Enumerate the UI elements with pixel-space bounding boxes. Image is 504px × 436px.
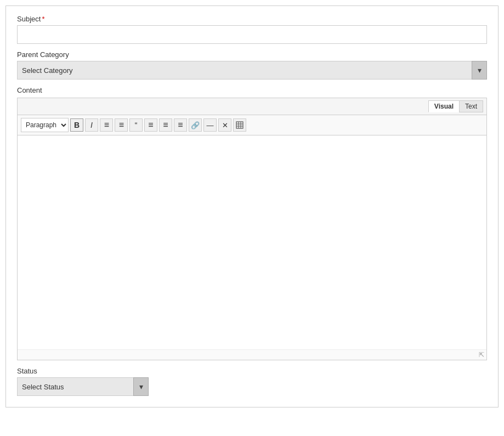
remove-format-button[interactable]: ✕ xyxy=(218,118,231,132)
editor-tabs: Visual Text xyxy=(18,98,486,115)
parent-category-label: Parent Category xyxy=(17,50,487,59)
svg-rect-0 xyxy=(236,122,243,128)
editor-wrapper: Visual Text Paragraph Heading 1 Heading … xyxy=(17,98,487,360)
content-group: Content Visual Text Paragraph Heading 1 … xyxy=(17,86,487,360)
subject-group: Subject* xyxy=(17,15,487,44)
status-group: Status Select Status Published Draft Pen… xyxy=(17,367,487,396)
content-label: Content xyxy=(17,86,487,94)
tab-visual[interactable]: Visual xyxy=(428,100,459,112)
status-select-wrapper: Select Status Published Draft Pending xyxy=(17,377,149,396)
italic-button[interactable]: I xyxy=(85,118,98,132)
editor-toolbar: Paragraph Heading 1 Heading 2 Heading 3 … xyxy=(18,115,486,135)
horizontal-rule-button[interactable]: ― xyxy=(203,118,217,132)
ordered-list-button[interactable]: ≡ xyxy=(115,118,128,132)
tab-text[interactable]: Text xyxy=(459,100,483,112)
align-left-button[interactable]: ≡ xyxy=(144,118,157,132)
parent-category-group: Parent Category Select Category xyxy=(17,50,487,80)
status-select[interactable]: Select Status Published Draft Pending xyxy=(17,377,149,396)
subject-label-text: Subject xyxy=(17,15,41,23)
editor-content-area[interactable] xyxy=(18,135,486,349)
table-icon xyxy=(236,121,243,129)
parent-category-select[interactable]: Select Category xyxy=(17,61,487,80)
paragraph-format-select[interactable]: Paragraph Heading 1 Heading 2 Heading 3 xyxy=(21,118,69,132)
subject-label: Subject* xyxy=(17,15,487,23)
form-container: Subject* Parent Category Select Category… xyxy=(5,5,499,407)
blockquote-button[interactable]: “ xyxy=(129,118,143,132)
align-center-button[interactable]: ≡ xyxy=(159,118,172,132)
bold-button[interactable]: B xyxy=(70,118,83,132)
align-right-button[interactable]: ≡ xyxy=(174,118,187,132)
unordered-list-button[interactable]: ≡ xyxy=(100,118,113,132)
insert-table-button[interactable] xyxy=(233,118,246,132)
link-button[interactable]: 🔗 xyxy=(189,118,202,132)
status-label: Status xyxy=(17,367,487,375)
subject-input[interactable] xyxy=(17,25,487,44)
editor-resize-handle[interactable]: ⇱ xyxy=(18,349,486,360)
parent-category-select-wrapper: Select Category xyxy=(17,61,487,80)
required-indicator: * xyxy=(42,15,44,23)
